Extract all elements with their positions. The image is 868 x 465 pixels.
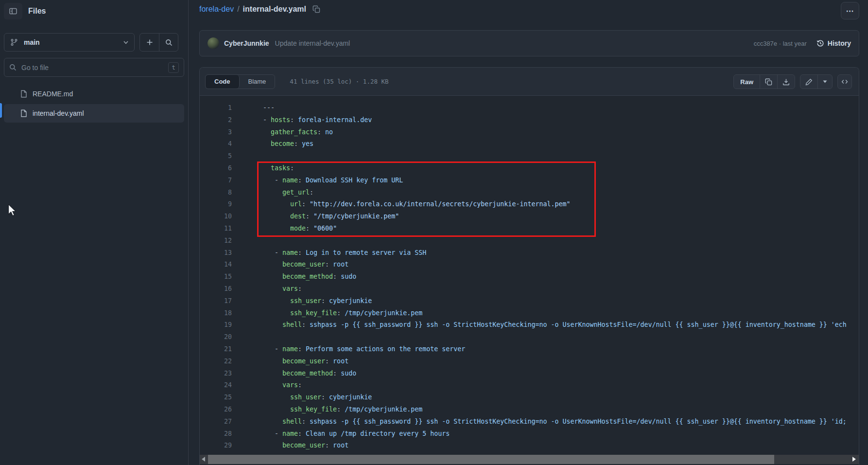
scroll-left-arrow-icon[interactable]	[202, 457, 205, 462]
line-number[interactable]: 9	[200, 198, 232, 211]
code-line[interactable]: 14 become_user: root	[200, 259, 859, 271]
line-number[interactable]: 19	[200, 319, 232, 331]
download-icon	[782, 78, 790, 86]
line-number[interactable]: 4	[200, 138, 232, 150]
branch-selector[interactable]: main	[4, 33, 135, 52]
line-number[interactable]: 1	[200, 102, 232, 114]
code-line[interactable]: 16 vars:	[200, 283, 859, 295]
line-number[interactable]: 8	[200, 187, 232, 199]
code-line[interactable]: 18 ssh_key_file: /tmp/cyberjunkie.pem	[200, 307, 859, 320]
line-number[interactable]: 23	[200, 368, 232, 380]
code-line[interactable]: 1---	[200, 102, 859, 114]
line-number[interactable]: 20	[200, 331, 232, 343]
line-number[interactable]: 12	[200, 235, 232, 247]
line-number[interactable]: 14	[200, 259, 232, 271]
line-number[interactable]: 17	[200, 295, 232, 307]
line-content: url: "http://dev.forela.co.uk/internal/s…	[263, 198, 570, 211]
line-number[interactable]: 28	[200, 428, 232, 440]
collapse-sidebar-button[interactable]	[4, 3, 22, 19]
file-tree-item-internal-dev-yaml[interactable]: internal-dev.yaml	[4, 104, 184, 123]
line-number[interactable]: 13	[200, 247, 232, 259]
line-number[interactable]: 6	[200, 162, 232, 175]
code-line[interactable]: 28 - name: Clean up /tmp directory every…	[200, 428, 859, 440]
line-number[interactable]: 26	[200, 404, 232, 416]
code-line[interactable]: 27 shell: sshpass -p {{ ssh_password }} …	[200, 416, 859, 428]
code-line[interactable]: 11 mode: "0600"	[200, 223, 859, 235]
tab-code[interactable]: Code	[206, 75, 240, 89]
code-line[interactable]: 17 ssh_user: cyberjunkie	[200, 295, 859, 307]
line-number[interactable]: 7	[200, 175, 232, 187]
line-number[interactable]: 18	[200, 307, 232, 320]
line-number[interactable]: 22	[200, 356, 232, 368]
search-icon	[9, 64, 17, 71]
go-to-file-input[interactable]: Go to file t	[4, 58, 184, 77]
symbols-panel-button[interactable]	[837, 74, 852, 89]
code-line[interactable]: 29 become_user: root	[200, 440, 859, 452]
code-line[interactable]: 7 - name: Download SSH key from URL	[200, 175, 859, 187]
line-content: become_user: root	[263, 356, 348, 368]
edit-options-caret-button[interactable]	[817, 75, 832, 89]
line-content: become: yes	[263, 138, 313, 150]
tab-blame[interactable]: Blame	[240, 75, 275, 89]
code-blame-switch: Code Blame	[205, 74, 275, 89]
code-line[interactable]: 21 - name: Perform some actions on the r…	[200, 343, 859, 356]
code-lines[interactable]: 1---2- hosts: forela-internal.dev3 gathe…	[200, 102, 859, 452]
line-number[interactable]: 5	[200, 150, 232, 162]
download-raw-button[interactable]	[777, 75, 795, 89]
line-content: - hosts: forela-internal.dev	[263, 114, 372, 126]
code-line[interactable]: 4 become: yes	[200, 138, 859, 150]
line-content: - name: Download SSH key from URL	[263, 175, 403, 187]
code-line[interactable]: 8 get_url:	[200, 187, 859, 199]
line-number[interactable]: 11	[200, 223, 232, 235]
go-to-file-placeholder: Go to file	[21, 64, 163, 72]
line-number[interactable]: 25	[200, 392, 232, 404]
code-line[interactable]: 19 shell: sshpass -p {{ ssh_password }} …	[200, 319, 859, 331]
commit-author[interactable]: CyberJunnkie	[224, 39, 269, 47]
code-line[interactable]: 2- hosts: forela-internal.dev	[200, 114, 859, 126]
commit-sha-and-time[interactable]: ccc387e · last year	[754, 40, 807, 47]
code-panel-header: Code Blame 41 lines (35 loc) · 1.28 KB R…	[200, 68, 859, 96]
scroll-right-arrow-icon[interactable]	[852, 457, 856, 462]
code-line[interactable]: 6 tasks:	[200, 162, 859, 175]
code-line[interactable]: 20	[200, 331, 859, 343]
code-line[interactable]: 12	[200, 235, 859, 247]
file-tree-item-readme[interactable]: README.md	[4, 85, 184, 103]
scrollbar-thumb[interactable]	[208, 455, 774, 464]
breadcrumb-repo-link[interactable]: forela-dev	[199, 5, 234, 14]
line-number[interactable]: 29	[200, 440, 232, 452]
history-button[interactable]: History	[816, 39, 851, 47]
code-line[interactable]: 13 - name: Log in to remote server via S…	[200, 247, 859, 259]
search-this-repo-button[interactable]	[159, 34, 178, 51]
file-icon	[20, 109, 27, 117]
copy-path-icon[interactable]	[312, 5, 320, 13]
line-number[interactable]: 24	[200, 379, 232, 392]
edit-button-group	[800, 74, 833, 89]
code-line[interactable]: 24 vars:	[200, 379, 859, 392]
git-branch-icon	[10, 38, 18, 46]
raw-button[interactable]: Raw	[734, 75, 760, 89]
add-file-button[interactable]	[140, 34, 159, 51]
code-line[interactable]: 10 dest: "/tmp/cyberjunkie.pem"	[200, 211, 859, 223]
line-number[interactable]: 15	[200, 271, 232, 283]
avatar[interactable]	[208, 37, 219, 49]
line-number[interactable]: 16	[200, 283, 232, 295]
code-line[interactable]: 26 ssh_key_file: /tmp/cyberjunkie.pem	[200, 404, 859, 416]
commit-message[interactable]: Update internal-dev.yaml	[275, 39, 749, 47]
horizontal-scrollbar[interactable]	[200, 455, 859, 464]
code-line[interactable]: 3 gather_facts: no	[200, 126, 859, 139]
line-number[interactable]: 2	[200, 114, 232, 126]
line-number[interactable]: 27	[200, 416, 232, 428]
overflow-menu-button[interactable]: ⋯	[841, 2, 859, 19]
edit-file-button[interactable]	[800, 75, 817, 89]
code-line[interactable]: 23 become_method: sudo	[200, 368, 859, 380]
line-number[interactable]: 21	[200, 343, 232, 356]
code-line[interactable]: 25 ssh_user: cyberjunkie	[200, 392, 859, 404]
copy-raw-button[interactable]	[760, 75, 777, 89]
code-line[interactable]: 15 become_method: sudo	[200, 271, 859, 283]
code-line[interactable]: 22 become_user: root	[200, 356, 859, 368]
code-line[interactable]: 5	[200, 150, 859, 162]
shortcut-key-badge: t	[168, 62, 179, 73]
code-line[interactable]: 9 url: "http://dev.forela.co.uk/internal…	[200, 198, 859, 211]
line-number[interactable]: 10	[200, 211, 232, 223]
line-number[interactable]: 3	[200, 126, 232, 139]
